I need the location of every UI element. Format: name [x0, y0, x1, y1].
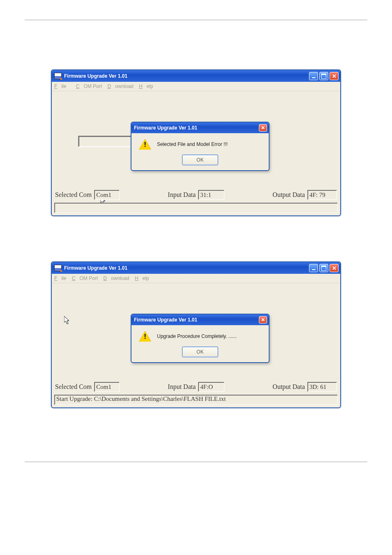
- menu-comport[interactable]: COM Port: [76, 83, 102, 89]
- close-button[interactable]: ✕: [330, 264, 339, 272]
- menu-download[interactable]: Download: [107, 83, 133, 89]
- menu-download[interactable]: Download: [103, 275, 129, 281]
- input-data-label: Input Data: [168, 383, 196, 391]
- selected-com-label: Selected Com: [55, 383, 92, 391]
- maximize-button[interactable]: [319, 264, 328, 272]
- menu-help[interactable]: Help: [139, 83, 153, 89]
- status-line: Start Upgrade: C:\Documents and Settings…: [54, 395, 338, 405]
- output-data-field: 3D: 61: [307, 382, 337, 392]
- dialog-message: Selected File and Model Error !!!: [157, 141, 228, 147]
- minimize-button[interactable]: [309, 72, 318, 80]
- menu-comport[interactable]: COM Port: [72, 275, 98, 281]
- maximize-button[interactable]: [319, 72, 328, 80]
- input-data-field: 31:1: [198, 190, 224, 200]
- dialog-message: Upgrade Procedure Completely. ......: [157, 333, 237, 339]
- status-line: [54, 203, 338, 213]
- output-data-field: 4F: 79: [307, 190, 337, 200]
- menubar: File COM Port Download Help: [52, 82, 340, 91]
- window-title: Firmware Upgrade Ver 1.01: [64, 265, 127, 271]
- menu-file[interactable]: File: [54, 275, 66, 281]
- input-data-field: 4F:O: [198, 382, 224, 392]
- bottom-rule: [25, 462, 367, 462]
- warning-icon: !: [139, 139, 151, 150]
- close-button[interactable]: ✕: [330, 72, 339, 80]
- status-row: Selected Com Com1 Input Data 31:1 Output…: [55, 190, 337, 200]
- app-icon: [54, 265, 62, 271]
- dialog-title: Firmware Upgrade Ver 1.01: [134, 125, 197, 131]
- main-window: Firmware Upgrade Ver 1.01 ✕ File COM Por…: [51, 261, 341, 408]
- screenshot-1: Firmware Upgrade Ver 1.01 ✕ File COM Por…: [51, 69, 341, 216]
- ok-button[interactable]: OK: [182, 347, 218, 357]
- minimize-button[interactable]: [309, 264, 318, 272]
- menu-file[interactable]: File: [54, 83, 70, 89]
- progress-bezel: [78, 136, 137, 147]
- main-titlebar: Firmware Upgrade Ver 1.01 ✕: [52, 70, 340, 82]
- ok-button[interactable]: OK: [182, 155, 218, 165]
- output-data-label: Output Data: [272, 191, 305, 199]
- menubar: File COM Port Download Help: [52, 274, 340, 283]
- cursor-icon: [64, 316, 71, 325]
- alert-dialog: Firmware Upgrade Ver 1.01 ✕ ! Selected F…: [131, 122, 270, 171]
- selected-com-label: Selected Com: [55, 191, 92, 199]
- top-rule: [25, 20, 367, 20]
- dialog-close-button[interactable]: ✕: [259, 124, 267, 132]
- menu-help[interactable]: Help: [135, 275, 149, 281]
- app-icon: [54, 73, 62, 79]
- main-window: Firmware Upgrade Ver 1.01 ✕ File COM Por…: [51, 69, 341, 216]
- selected-com-field[interactable]: Com1: [94, 382, 120, 392]
- warning-icon: !: [139, 331, 151, 342]
- status-row: Selected Com Com1 Input Data 4F:O Output…: [55, 382, 337, 392]
- window-title: Firmware Upgrade Ver 1.01: [64, 73, 127, 79]
- output-data-label: Output Data: [272, 383, 305, 391]
- dialog-titlebar: Firmware Upgrade Ver 1.01 ✕: [131, 314, 269, 325]
- dialog-titlebar: Firmware Upgrade Ver 1.01 ✕: [131, 123, 269, 133]
- selected-com-field[interactable]: Com1: [94, 190, 120, 200]
- dialog-close-button[interactable]: ✕: [259, 316, 267, 324]
- screenshot-2: Firmware Upgrade Ver 1.01 ✕ File COM Por…: [51, 261, 341, 408]
- main-titlebar: Firmware Upgrade Ver 1.01 ✕: [52, 262, 340, 274]
- alert-dialog: Firmware Upgrade Ver 1.01 ✕ ! Upgrade Pr…: [131, 314, 270, 363]
- dialog-title: Firmware Upgrade Ver 1.01: [134, 317, 197, 323]
- input-data-label: Input Data: [168, 191, 196, 199]
